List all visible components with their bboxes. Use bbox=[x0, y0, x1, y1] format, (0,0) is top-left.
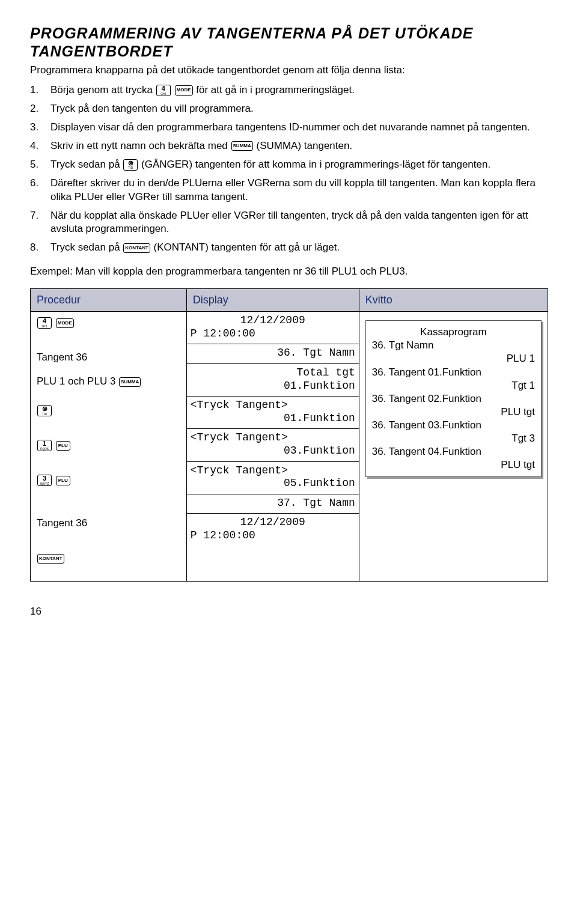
display-box-2: 36. Tgt Namn bbox=[187, 344, 359, 364]
key-summa-icon: SUMMA bbox=[231, 141, 253, 151]
receipt-column: Kvitto Kassaprogram 36. Tgt Namn PLU 1 3… bbox=[359, 289, 548, 581]
key-mode-icon: MODE bbox=[56, 318, 74, 328]
display-box-1: 12/12/2009 P 12:00:00 bbox=[187, 312, 359, 344]
page-title: PROGRAMMERING AV TANGENTERNA PÅ DET UTÖK… bbox=[30, 24, 547, 60]
key-plu-icon: PLU bbox=[56, 441, 70, 451]
steps-list: 1. Börja genom att trycka 4GHI MODE för … bbox=[30, 84, 547, 255]
example-text: Exempel: Man vill koppla den programmerb… bbox=[30, 265, 547, 279]
step-5: 5. Tryck sedan på ⊗TID (GÅNGER) tangente… bbox=[30, 158, 547, 172]
display-box-3: Total tgt 01.Funktion bbox=[187, 364, 359, 397]
step-6: 6. Därefter skriver du in den/de PLUerna… bbox=[30, 177, 547, 204]
proc-header: Procedur bbox=[31, 289, 186, 312]
key-1-icon: 1PQRS bbox=[37, 440, 52, 451]
display-box-8: 12/12/2009 P 12:00:00 bbox=[187, 514, 359, 546]
key-tid-icon: ⊗TID bbox=[37, 405, 52, 416]
key-summa-icon: SUMMA bbox=[119, 377, 141, 387]
step-2: 2. Tryck på den tangenten du vill progra… bbox=[30, 102, 547, 116]
intro-text: Programmera knapparna på det utökade tan… bbox=[30, 64, 547, 78]
proc-row-7: Tangent 36 bbox=[37, 517, 180, 540]
step-num: 1. bbox=[30, 84, 50, 97]
step-text: Börja genom att trycka 4GHI MODE för att… bbox=[50, 84, 547, 97]
display-column: Display 12/12/2009 P 12:00:00 36. Tgt Na… bbox=[187, 289, 359, 581]
key-plu-icon: PLU bbox=[56, 476, 70, 485]
display-box-4: <Tryck Tangent> 01.Funktion bbox=[187, 397, 359, 429]
proc-row-5: 1PQRS PLU bbox=[37, 439, 180, 462]
page-number: 16 bbox=[30, 606, 547, 618]
step-4: 4. Skriv in ett nytt namn och bekräfta m… bbox=[30, 139, 547, 153]
key-kontant-icon: KONTANT bbox=[37, 554, 64, 564]
procedure-column: Procedur 4GHI MODE Tangent 36 PLU 1 och … bbox=[31, 289, 187, 581]
proc-row-1: 4GHI MODE bbox=[37, 317, 180, 339]
key-3-icon: 3WXYZ bbox=[37, 475, 52, 486]
step-3: 3. Displayen visar då den programmerbara… bbox=[30, 121, 547, 135]
step-7: 7. När du kopplat alla önskade PLUer ell… bbox=[30, 209, 547, 237]
proc-row-2: Tangent 36 bbox=[37, 351, 180, 363]
key-kontant-icon: KONTANT bbox=[123, 243, 150, 253]
display-box-6: <Tryck Tangent> 05.Funktion bbox=[187, 462, 359, 494]
display-box-7: 37. Tgt Namn bbox=[187, 494, 359, 514]
key-4-icon: 4GHI bbox=[156, 85, 171, 96]
key-4-icon: 4GHI bbox=[37, 317, 52, 329]
proc-row-4: ⊗TID bbox=[37, 404, 180, 427]
kvit-header: Kvitto bbox=[359, 289, 548, 312]
receipt-box: Kassaprogram 36. Tgt Namn PLU 1 36. Tang… bbox=[365, 320, 542, 477]
disp-header: Display bbox=[187, 289, 359, 312]
procedure-table: Procedur 4GHI MODE Tangent 36 PLU 1 och … bbox=[30, 288, 548, 582]
proc-row-6: 3WXYZ PLU bbox=[37, 474, 180, 505]
key-tid-icon: ⊗TID bbox=[123, 159, 138, 171]
proc-row-3: PLU 1 och PLU 3 SUMMA bbox=[37, 375, 180, 392]
display-box-5: <Tryck Tangent> 03.Funktion bbox=[187, 429, 359, 461]
step-8: 8. Tryck sedan på KONTANT (KONTANT) tang… bbox=[30, 241, 547, 255]
key-mode-icon: MODE bbox=[175, 85, 193, 95]
step-1: 1. Börja genom att trycka 4GHI MODE för … bbox=[30, 84, 547, 97]
proc-row-8: KONTANT bbox=[37, 552, 180, 564]
